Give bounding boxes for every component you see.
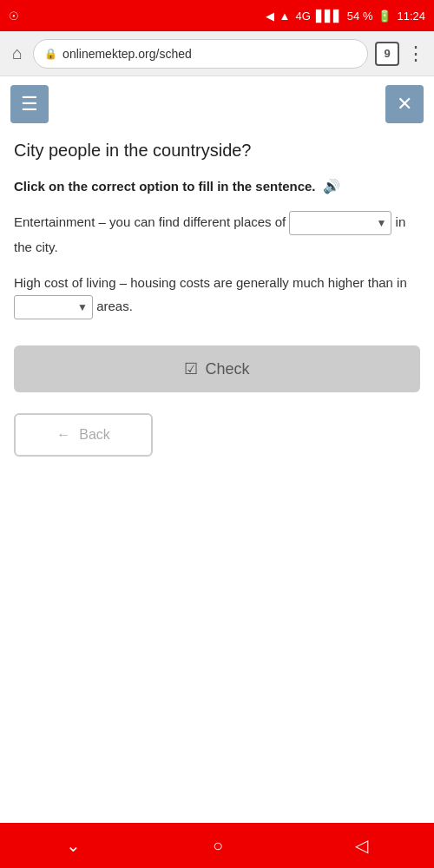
back-arrow-icon: ←: [56, 427, 70, 443]
close-button[interactable]: ✕: [385, 85, 424, 123]
sentence1-before: Entertainment – you can find different p…: [14, 214, 286, 229]
status-bar: ☉ ◀ ▲ 4G ▋▋▋ 54 % 🔋 11:24: [0, 0, 434, 31]
sentence2-after: areas.: [96, 299, 133, 313]
bottom-nav: ⌄ ○ ◁: [0, 823, 434, 868]
nav-recent[interactable]: ◁: [355, 835, 368, 856]
sentence-2-block: High cost of living – housing costs are …: [14, 271, 420, 319]
menu-dots[interactable]: ⋮: [406, 43, 425, 65]
signal-4g: 4G: [295, 10, 310, 23]
nav-home[interactable]: ○: [213, 836, 223, 856]
content-area: ☰ ✕ City people in the countryside? Clic…: [0, 76, 434, 474]
dropdown-2-select[interactable]: rural urban suburban: [20, 300, 87, 314]
url-bar[interactable]: 🔒 onlinemektep.org/sched: [33, 39, 368, 69]
instruction-text: Click on the correct option to fill in t…: [14, 177, 420, 196]
hamburger-button[interactable]: ☰: [10, 85, 49, 123]
nav-back[interactable]: ⌄: [66, 835, 81, 856]
sentence-1-block: Entertainment – you can find different p…: [14, 210, 420, 259]
battery-icon: 🔋: [378, 10, 391, 23]
back-label: Back: [79, 427, 110, 443]
main-content: City people in the countryside? Click on…: [0, 132, 434, 474]
back-button[interactable]: ← Back: [14, 413, 153, 457]
url-text: onlinemektep.org/sched: [62, 47, 192, 61]
signal-bars: ▲: [279, 10, 291, 23]
close-icon: ✕: [397, 93, 412, 115]
toolbar: ☰ ✕: [0, 76, 434, 132]
check-button[interactable]: ☑ Check: [14, 345, 420, 392]
tab-count[interactable]: 9: [375, 42, 399, 66]
signal-icon: ◀: [266, 10, 274, 23]
check-label: Check: [205, 360, 249, 378]
home-button[interactable]: ⌂: [9, 40, 26, 67]
browser-bar: ⌂ 🔒 onlinemektep.org/sched 9 ⋮: [0, 31, 434, 76]
speaker-icon[interactable]: 🔊: [323, 177, 340, 196]
hamburger-icon: ☰: [21, 93, 38, 115]
signal-level: ▋▋▋: [316, 10, 342, 23]
check-icon: ☑: [184, 359, 198, 378]
lock-icon: 🔒: [44, 48, 57, 60]
phone-icon: ☉: [9, 10, 19, 23]
status-right: ◀ ▲ 4G ▋▋▋ 54 % 🔋 11:24: [266, 10, 425, 23]
dropdown-1-select[interactable]: entertainment culture fun: [295, 216, 385, 230]
dropdown-1[interactable]: entertainment culture fun ▼: [289, 211, 391, 235]
page-title: City people in the countryside?: [14, 139, 420, 161]
status-left: ☉: [9, 10, 19, 23]
time: 11:24: [397, 10, 425, 23]
sentence2-before: High cost of living – housing costs are …: [14, 275, 407, 290]
battery-level: 54 %: [347, 10, 373, 23]
dropdown-2[interactable]: rural urban suburban ▼: [14, 295, 93, 319]
